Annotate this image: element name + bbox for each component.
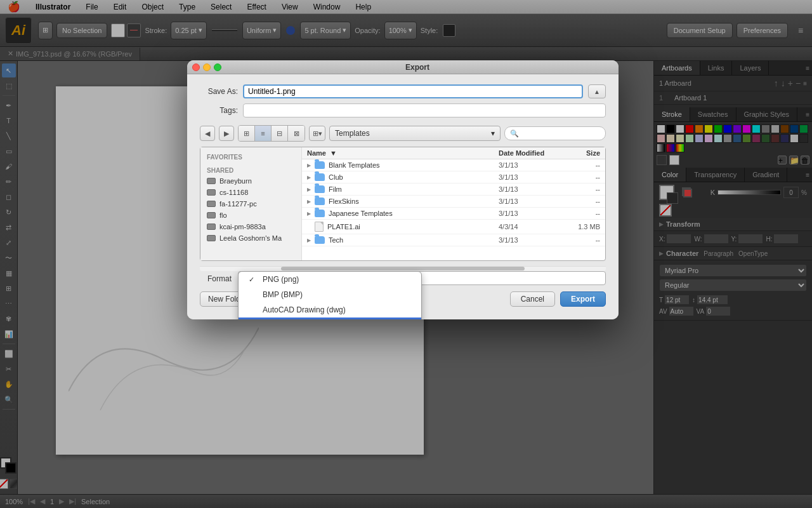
favorites-header: FAVORITES <box>200 152 301 162</box>
format-dropdown-container: ✓ PNG (png) ✓ PNG (png) BMP (BMP) <box>238 271 606 285</box>
expand-arrow-icon: ▶ <box>307 211 313 217</box>
shared-item-2[interactable]: fa-11277-pc <box>200 198 301 210</box>
shared-item-3[interactable]: flo <box>200 210 301 221</box>
check-icon: ✓ <box>249 276 258 284</box>
expand-arrow-icon: ▶ <box>307 163 313 168</box>
cancel-button[interactable]: Cancel <box>510 291 555 307</box>
dialog-actions: Cancel Export <box>510 291 606 307</box>
shared-item-4[interactable]: kcai-pm-9883a <box>200 221 301 232</box>
save-as-label: Save As: <box>200 87 238 96</box>
folder-icon <box>315 197 325 205</box>
hdd-icon <box>207 189 216 196</box>
hdd-icon <box>207 201 216 207</box>
sort-arrow-icon: ▼ <box>330 149 337 157</box>
format-item-dwg[interactable]: AutoCAD Drawing (dwg) <box>239 302 421 318</box>
tags-input[interactable] <box>243 104 606 117</box>
file-row-5[interactable]: PLATE1.ai 4/3/14 1.3 MB <box>302 220 605 234</box>
shared-item-0[interactable]: Braeyburn <box>200 175 301 187</box>
hdd-icon <box>207 178 216 184</box>
folder-icon <box>315 236 325 244</box>
expand-arrow-icon: ▶ <box>307 187 313 192</box>
folder-icon <box>315 210 325 217</box>
list-view-btn[interactable]: ≡ <box>255 126 272 141</box>
dropdown-arrow-icon: ▾ <box>491 129 495 138</box>
format-item-dxf[interactable]: AutoCAD Interchange File (dxf) <box>239 318 421 319</box>
cover-flow-btn[interactable]: ⊠ <box>288 126 304 141</box>
view-toggle: ⊞ ≡ ⊟ ⊠ <box>238 125 305 142</box>
save-as-input[interactable] <box>243 84 583 98</box>
icon-view-btn[interactable]: ⊞ <box>239 126 255 141</box>
format-row: Format ✓ PNG (png) ✓ PNG (png) <box>200 271 606 286</box>
shared-header: SHARED <box>200 166 301 175</box>
location-dropdown[interactable]: Templates ▾ <box>329 126 501 141</box>
back-button[interactable]: ◀ <box>200 126 215 141</box>
file-row-1[interactable]: ▶ Club 3/1/13 -- <box>302 171 605 184</box>
format-item-bmp[interactable]: BMP (BMP) <box>239 287 421 302</box>
format-label: Format <box>200 271 238 286</box>
file-row-3[interactable]: ▶ FlexSkins 3/1/13 -- <box>302 196 605 208</box>
expand-arrow-icon: ▶ <box>307 237 313 243</box>
view-options-btn[interactable]: ⊞▾ <box>309 126 325 141</box>
search-input[interactable] <box>504 126 606 140</box>
sidebar-panel: FAVORITES SHARED Braeyburn cs-11168 fa-1… <box>200 147 302 260</box>
files-panel: Name ▼ Date Modified Size ▶ Blank Templa… <box>302 147 605 260</box>
file-row-4[interactable]: ▶ Japanese Templates 3/1/13 -- <box>302 208 605 220</box>
tags-row: Tags: <box>200 104 606 117</box>
expand-arrow-icon: ▶ <box>307 199 313 204</box>
traffic-lights <box>192 64 221 71</box>
files-header: Name ▼ Date Modified Size <box>302 147 605 159</box>
navigate-up-button[interactable]: ▲ <box>588 84 606 98</box>
export-dialog: Export Save As: ▲ Tags: ◀ ▶ ⊞ ≡ <box>187 60 619 319</box>
file-row-2[interactable]: ▶ Film 3/1/13 -- <box>302 184 605 196</box>
dialog-overlay: Export Save As: ▲ Tags: ◀ ▶ ⊞ ≡ <box>0 0 812 508</box>
export-button[interactable]: Export <box>560 291 606 307</box>
dialog-title: Export <box>221 63 613 72</box>
file-icon <box>315 222 324 232</box>
dialog-body: Save As: ▲ Tags: ◀ ▶ ⊞ ≡ ⊟ ⊠ <box>187 74 619 319</box>
name-column-header[interactable]: Name ▼ <box>307 149 499 157</box>
maximize-button[interactable] <box>214 64 221 71</box>
shared-item-5[interactable]: Leela Goshorn's Ma <box>200 232 301 244</box>
file-row-0[interactable]: ▶ Blank Templates 3/1/13 -- <box>302 159 605 171</box>
format-item-png[interactable]: ✓ PNG (png) <box>239 272 421 287</box>
date-column-header[interactable]: Date Modified <box>499 149 562 157</box>
horizontal-scrollbar[interactable] <box>281 267 525 271</box>
size-column-header[interactable]: Size <box>562 149 600 157</box>
shared-item-1[interactable]: cs-11168 <box>200 187 301 198</box>
folder-icon <box>315 161 325 169</box>
columns-view-btn[interactable]: ⊟ <box>272 126 288 141</box>
hdd-icon <box>207 212 216 218</box>
browser-toolbar: ◀ ▶ ⊞ ≡ ⊟ ⊠ ⊞▾ Templates ▾ <box>200 125 606 142</box>
hdd-icon <box>207 235 216 241</box>
dialog-titlebar: Export <box>187 60 619 74</box>
close-button[interactable] <box>192 64 200 71</box>
folder-icon <box>315 185 325 193</box>
format-popup: ✓ PNG (png) BMP (BMP) AutoCAD Drawing (d… <box>238 271 422 319</box>
tags-label: Tags: <box>200 106 238 115</box>
minimize-button[interactable] <box>203 64 211 71</box>
forward-button[interactable]: ▶ <box>219 126 234 141</box>
file-row-6[interactable]: ▶ Tech 3/1/13 -- <box>302 234 605 246</box>
scroll-indicator <box>200 266 606 271</box>
save-as-row: Save As: ▲ <box>200 84 606 98</box>
hdd-icon <box>207 224 216 230</box>
file-browser: FAVORITES SHARED Braeyburn cs-11168 fa-1… <box>200 147 606 261</box>
expand-arrow-icon: ▶ <box>307 175 313 180</box>
folder-icon <box>315 173 325 181</box>
